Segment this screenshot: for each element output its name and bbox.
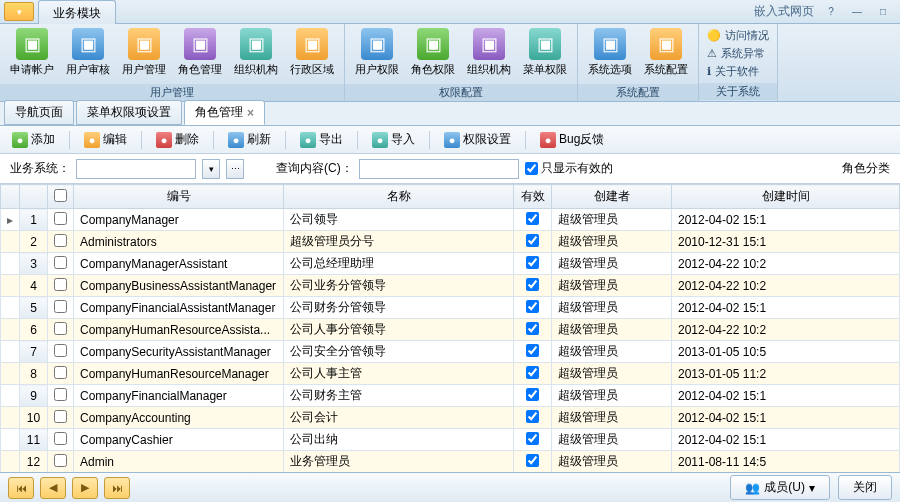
- table-row[interactable]: 8CompanyHumanResourceManager公司人事主管超级管理员2…: [1, 363, 900, 385]
- row-checkbox[interactable]: [54, 410, 67, 423]
- row-select[interactable]: [48, 385, 74, 407]
- table-row[interactable]: 11CompanyCashier公司出纳超级管理员2012-04-02 15:1: [1, 429, 900, 451]
- row-select[interactable]: [48, 319, 74, 341]
- valid-checkbox[interactable]: [526, 256, 539, 269]
- row-checkbox[interactable]: [54, 432, 67, 445]
- toolbar-bug-button[interactable]: ●Bug反馈: [536, 129, 608, 150]
- embed-page-label[interactable]: 嵌入式网页: [754, 3, 814, 20]
- nav-next-button[interactable]: ▶: [72, 477, 98, 499]
- valid-checkbox[interactable]: [526, 454, 539, 467]
- row-checkbox[interactable]: [54, 344, 67, 357]
- ribbon-menu-perm[interactable]: ▣菜单权限: [517, 26, 573, 82]
- valid-checkbox[interactable]: [526, 300, 539, 313]
- table-row[interactable]: 4CompanyBusinessAssistantManager公司业务分管领导…: [1, 275, 900, 297]
- ribbon-role-key[interactable]: ▣角色权限: [405, 26, 461, 82]
- toolbar-perm-button[interactable]: ●权限设置: [440, 129, 515, 150]
- select-all-checkbox[interactable]: [54, 189, 67, 202]
- row-checkbox[interactable]: [54, 256, 67, 269]
- content-tab-2[interactable]: 角色管理×: [184, 100, 265, 125]
- cell-valid[interactable]: [514, 451, 552, 473]
- table-row[interactable]: 12Admin业务管理员超级管理员2011-08-11 14:5: [1, 451, 900, 473]
- table-row[interactable]: ▸1CompanyManager公司领导超级管理员2012-04-02 15:1: [1, 209, 900, 231]
- table-row[interactable]: 10CompanyAccounting公司会计超级管理员2012-04-02 1…: [1, 407, 900, 429]
- row-select[interactable]: [48, 363, 74, 385]
- valid-checkbox[interactable]: [526, 388, 539, 401]
- ribbon-org-chart[interactable]: ▣组织机构: [228, 26, 284, 82]
- nav-first-button[interactable]: ⏮: [8, 477, 34, 499]
- side-link-1[interactable]: ⚠系统异常: [707, 46, 769, 61]
- column-header[interactable]: [48, 185, 74, 209]
- ribbon-user-plus[interactable]: ▣申请帐户: [4, 26, 60, 82]
- table-row[interactable]: 5CompanyFinancialAssistantManager公司财务分管领…: [1, 297, 900, 319]
- ribbon-user-check[interactable]: ▣用户审核: [60, 26, 116, 82]
- ribbon-org-perm[interactable]: ▣组织机构: [461, 26, 517, 82]
- table-row[interactable]: 9CompanyFinancialManager公司财务主管超级管理员2012-…: [1, 385, 900, 407]
- close-icon[interactable]: ×: [247, 106, 254, 120]
- cell-valid[interactable]: [514, 407, 552, 429]
- row-checkbox[interactable]: [54, 388, 67, 401]
- toolbar-delete-button[interactable]: ●删除: [152, 129, 203, 150]
- column-header[interactable]: 创建时间: [672, 185, 900, 209]
- title-tab-0[interactable]: 业务模块: [38, 0, 116, 26]
- biz-system-input[interactable]: [76, 159, 196, 179]
- table-row[interactable]: 3CompanyManagerAssistant公司总经理助理超级管理员2012…: [1, 253, 900, 275]
- row-checkbox[interactable]: [54, 322, 67, 335]
- row-select[interactable]: [48, 253, 74, 275]
- maximize-icon[interactable]: □: [874, 5, 892, 19]
- cell-valid[interactable]: [514, 253, 552, 275]
- row-checkbox[interactable]: [54, 278, 67, 291]
- valid-checkbox[interactable]: [526, 344, 539, 357]
- toolbar-import-button[interactable]: ●导入: [368, 129, 419, 150]
- valid-only-input[interactable]: [525, 162, 538, 175]
- row-select[interactable]: [48, 341, 74, 363]
- ribbon-user-gear[interactable]: ▣用户管理: [116, 26, 172, 82]
- row-select[interactable]: [48, 275, 74, 297]
- row-select[interactable]: [48, 407, 74, 429]
- cell-valid[interactable]: [514, 275, 552, 297]
- cell-valid[interactable]: [514, 341, 552, 363]
- row-select[interactable]: [48, 297, 74, 319]
- ribbon-region[interactable]: ▣行政区域: [284, 26, 340, 82]
- data-grid[interactable]: 编号名称有效创建者创建时间▸1CompanyManager公司领导超级管理员20…: [0, 184, 900, 472]
- column-header[interactable]: [1, 185, 20, 209]
- cell-valid[interactable]: [514, 385, 552, 407]
- row-select[interactable]: [48, 209, 74, 231]
- toolbar-refresh-button[interactable]: ●刷新: [224, 129, 275, 150]
- members-button[interactable]: 👥 成员(U) ▾: [730, 475, 830, 500]
- valid-checkbox[interactable]: [526, 410, 539, 423]
- column-header[interactable]: [20, 185, 48, 209]
- row-checkbox[interactable]: [54, 300, 67, 313]
- row-select[interactable]: [48, 231, 74, 253]
- valid-checkbox[interactable]: [526, 432, 539, 445]
- row-select[interactable]: [48, 451, 74, 473]
- side-link-0[interactable]: 🟡访问情况: [707, 28, 769, 43]
- nav-prev-button[interactable]: ◀: [40, 477, 66, 499]
- table-row[interactable]: 6CompanyHumanResourceAssista...公司人事分管领导超…: [1, 319, 900, 341]
- table-row[interactable]: 2Administrators超级管理员分号超级管理员2010-12-31 15…: [1, 231, 900, 253]
- row-checkbox[interactable]: [54, 366, 67, 379]
- biz-system-more[interactable]: ⋯: [226, 159, 244, 179]
- content-tab-1[interactable]: 菜单权限项设置: [76, 100, 182, 125]
- valid-checkbox[interactable]: [526, 212, 539, 225]
- valid-checkbox[interactable]: [526, 234, 539, 247]
- cell-valid[interactable]: [514, 209, 552, 231]
- cell-valid[interactable]: [514, 231, 552, 253]
- close-button[interactable]: 关闭: [838, 475, 892, 500]
- biz-system-dropdown[interactable]: ▾: [202, 159, 220, 179]
- ribbon-system-options[interactable]: ▣系统选项: [582, 26, 638, 82]
- column-header[interactable]: 有效: [514, 185, 552, 209]
- app-menu-icon[interactable]: ▾: [4, 2, 34, 21]
- nav-last-button[interactable]: ⏭: [104, 477, 130, 499]
- query-input[interactable]: [359, 159, 519, 179]
- column-header[interactable]: 名称: [284, 185, 514, 209]
- toolbar-export-button[interactable]: ●导出: [296, 129, 347, 150]
- row-checkbox[interactable]: [54, 234, 67, 247]
- ribbon-users-group[interactable]: ▣角色管理: [172, 26, 228, 82]
- cell-valid[interactable]: [514, 297, 552, 319]
- valid-checkbox[interactable]: [526, 366, 539, 379]
- row-checkbox[interactable]: [54, 454, 67, 467]
- ribbon-user-key[interactable]: ▣用户权限: [349, 26, 405, 82]
- row-checkbox[interactable]: [54, 212, 67, 225]
- column-header[interactable]: 编号: [74, 185, 284, 209]
- valid-checkbox[interactable]: [526, 322, 539, 335]
